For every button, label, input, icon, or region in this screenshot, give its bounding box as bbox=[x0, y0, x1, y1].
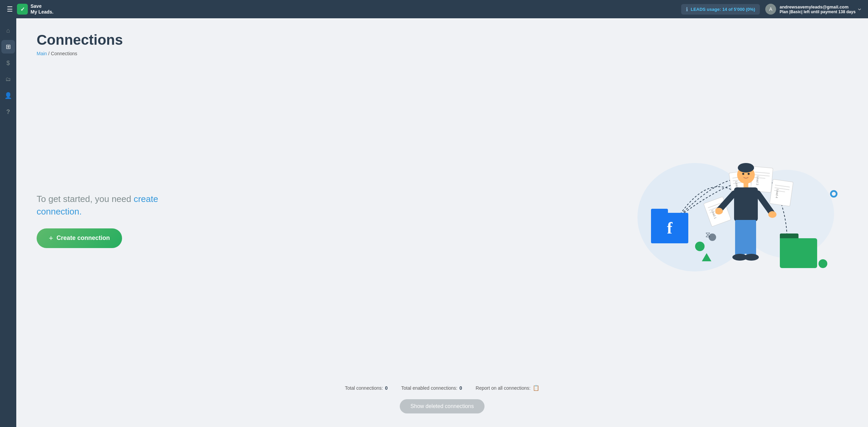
leads-usage-widget: ℹ LEADS usage: 14 of 5'000 (0%) bbox=[681, 4, 760, 15]
billing-icon: $ bbox=[6, 60, 10, 67]
leads-usage-text: LEADS usage: 14 of 5'000 (0%) bbox=[691, 7, 755, 12]
page-title: Connections bbox=[37, 32, 848, 48]
empty-state-left: To get started, you need create connecti… bbox=[37, 193, 179, 248]
green-dot-2 bbox=[818, 259, 827, 268]
sidebar: ⌂ ⊞ $ 🗂 👤 ? bbox=[0, 18, 16, 427]
help-icon: ? bbox=[6, 108, 10, 116]
green-dot-1 bbox=[695, 242, 705, 251]
show-deleted-connections-button[interactable]: Show deleted connections bbox=[400, 399, 485, 413]
empty-state-text: To get started, you need create connecti… bbox=[37, 193, 179, 218]
blue-ring bbox=[830, 190, 837, 198]
total-connections-label: Total connections: bbox=[345, 385, 383, 391]
sidebar-item-connections[interactable]: ⊞ bbox=[1, 40, 15, 54]
plan-info: Plan |Basic| left until payment 138 days bbox=[780, 9, 855, 14]
logo: ✓ Save My Leads. bbox=[17, 3, 54, 15]
report-icon[interactable]: 📋 bbox=[533, 385, 539, 391]
person-illustration bbox=[715, 163, 776, 278]
svg-point-24 bbox=[742, 173, 744, 175]
user-info[interactable]: A andrewsavemyleads@gmail.com Plan |Basi… bbox=[765, 4, 861, 15]
topbar: ☰ ✓ Save My Leads. ℹ LEADS usage: 14 of … bbox=[0, 0, 868, 18]
illustration: Lead 1 Lead 2 bbox=[617, 149, 848, 292]
breadcrumb-separator: / bbox=[48, 51, 51, 56]
sidebar-item-help[interactable]: ? bbox=[1, 105, 15, 119]
svg-point-23 bbox=[738, 163, 754, 172]
breadcrumb-current: Connections bbox=[51, 51, 77, 56]
total-enabled-stat: Total enabled connections: 0 bbox=[401, 385, 462, 391]
connections-icon: ⊞ bbox=[6, 43, 11, 50]
empty-state: To get started, you need create connecti… bbox=[37, 70, 848, 371]
logo-icon: ✓ bbox=[17, 4, 28, 15]
stats-row: Total connections: 0 Total enabled conne… bbox=[37, 385, 848, 391]
sidebar-item-billing[interactable]: $ bbox=[1, 56, 15, 70]
total-connections-value: 0 bbox=[385, 385, 388, 391]
sidebar-item-profile[interactable]: 👤 bbox=[1, 89, 15, 102]
user-email: andrewsavemyleads@gmail.com bbox=[780, 4, 855, 9]
avatar: A bbox=[765, 4, 776, 15]
info-icon: ℹ bbox=[686, 6, 688, 13]
svg-point-25 bbox=[748, 173, 750, 175]
svg-point-37 bbox=[744, 254, 759, 261]
svg-rect-34 bbox=[735, 220, 745, 257]
svg-line-31 bbox=[758, 194, 772, 214]
green-triangle bbox=[702, 253, 711, 261]
home-icon: ⌂ bbox=[6, 27, 10, 34]
main-content: Connections Main / Connections To get st… bbox=[16, 18, 868, 427]
hamburger-menu-icon[interactable]: ☰ bbox=[7, 5, 13, 13]
svg-point-32 bbox=[768, 211, 776, 218]
curl-decoration: ⧖ bbox=[705, 230, 710, 239]
svg-rect-35 bbox=[747, 220, 756, 257]
total-connections-stat: Total connections: 0 bbox=[345, 385, 388, 391]
integrations-icon: 🗂 bbox=[5, 76, 11, 82]
create-connection-button[interactable]: + Create connection bbox=[37, 228, 122, 248]
total-enabled-label: Total enabled connections: bbox=[401, 385, 457, 391]
profile-icon: 👤 bbox=[4, 92, 12, 99]
logo-text: Save My Leads. bbox=[31, 3, 54, 15]
facebook-folder: f bbox=[651, 209, 688, 243]
report-label: Report on all connections: bbox=[476, 385, 531, 391]
green-folder bbox=[780, 233, 817, 268]
plus-icon: + bbox=[49, 234, 53, 243]
chevron-down-icon[interactable]: › bbox=[856, 8, 864, 11]
svg-line-29 bbox=[719, 194, 734, 210]
user-details: andrewsavemyleads@gmail.com Plan |Basic|… bbox=[780, 4, 855, 14]
facebook-f-icon: f bbox=[667, 219, 672, 237]
total-enabled-value: 0 bbox=[459, 385, 462, 391]
sidebar-item-home[interactable]: ⌂ bbox=[1, 24, 15, 37]
sidebar-item-integrations[interactable]: 🗂 bbox=[1, 73, 15, 86]
report-stat: Report on all connections: 📋 bbox=[476, 385, 539, 391]
breadcrumb-main-link[interactable]: Main bbox=[37, 51, 47, 56]
svg-rect-28 bbox=[734, 187, 758, 221]
breadcrumb: Main / Connections bbox=[37, 51, 848, 56]
